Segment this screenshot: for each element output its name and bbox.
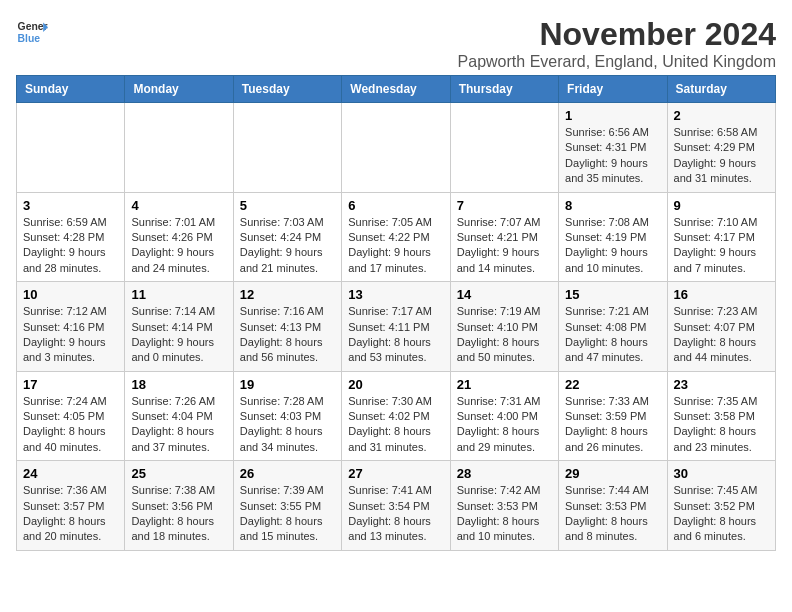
day-number: 28 bbox=[457, 466, 552, 481]
day-cell-1: 1Sunrise: 6:56 AM Sunset: 4:31 PM Daylig… bbox=[559, 103, 667, 193]
day-cell-13: 13Sunrise: 7:17 AM Sunset: 4:11 PM Dayli… bbox=[342, 282, 450, 372]
title-area: November 2024 Papworth Everard, England,… bbox=[458, 16, 776, 71]
day-info: Sunrise: 7:01 AM Sunset: 4:26 PM Dayligh… bbox=[131, 215, 226, 277]
empty-cell bbox=[450, 103, 558, 193]
weekday-header-wednesday: Wednesday bbox=[342, 76, 450, 103]
day-number: 15 bbox=[565, 287, 660, 302]
day-info: Sunrise: 7:21 AM Sunset: 4:08 PM Dayligh… bbox=[565, 304, 660, 366]
day-cell-5: 5Sunrise: 7:03 AM Sunset: 4:24 PM Daylig… bbox=[233, 192, 341, 282]
day-number: 20 bbox=[348, 377, 443, 392]
day-info: Sunrise: 7:03 AM Sunset: 4:24 PM Dayligh… bbox=[240, 215, 335, 277]
day-number: 22 bbox=[565, 377, 660, 392]
week-row-5: 24Sunrise: 7:36 AM Sunset: 3:57 PM Dayli… bbox=[17, 461, 776, 551]
day-number: 9 bbox=[674, 198, 769, 213]
weekday-header-friday: Friday bbox=[559, 76, 667, 103]
day-cell-22: 22Sunrise: 7:33 AM Sunset: 3:59 PM Dayli… bbox=[559, 371, 667, 461]
day-number: 18 bbox=[131, 377, 226, 392]
day-number: 5 bbox=[240, 198, 335, 213]
day-cell-11: 11Sunrise: 7:14 AM Sunset: 4:14 PM Dayli… bbox=[125, 282, 233, 372]
day-cell-3: 3Sunrise: 6:59 AM Sunset: 4:28 PM Daylig… bbox=[17, 192, 125, 282]
day-number: 26 bbox=[240, 466, 335, 481]
day-info: Sunrise: 7:10 AM Sunset: 4:17 PM Dayligh… bbox=[674, 215, 769, 277]
day-info: Sunrise: 7:41 AM Sunset: 3:54 PM Dayligh… bbox=[348, 483, 443, 545]
day-info: Sunrise: 7:24 AM Sunset: 4:05 PM Dayligh… bbox=[23, 394, 118, 456]
day-cell-8: 8Sunrise: 7:08 AM Sunset: 4:19 PM Daylig… bbox=[559, 192, 667, 282]
day-number: 23 bbox=[674, 377, 769, 392]
day-cell-23: 23Sunrise: 7:35 AM Sunset: 3:58 PM Dayli… bbox=[667, 371, 775, 461]
day-number: 4 bbox=[131, 198, 226, 213]
day-number: 3 bbox=[23, 198, 118, 213]
day-number: 13 bbox=[348, 287, 443, 302]
day-cell-7: 7Sunrise: 7:07 AM Sunset: 4:21 PM Daylig… bbox=[450, 192, 558, 282]
day-cell-25: 25Sunrise: 7:38 AM Sunset: 3:56 PM Dayli… bbox=[125, 461, 233, 551]
day-cell-21: 21Sunrise: 7:31 AM Sunset: 4:00 PM Dayli… bbox=[450, 371, 558, 461]
day-info: Sunrise: 7:45 AM Sunset: 3:52 PM Dayligh… bbox=[674, 483, 769, 545]
day-cell-18: 18Sunrise: 7:26 AM Sunset: 4:04 PM Dayli… bbox=[125, 371, 233, 461]
day-info: Sunrise: 7:12 AM Sunset: 4:16 PM Dayligh… bbox=[23, 304, 118, 366]
day-cell-26: 26Sunrise: 7:39 AM Sunset: 3:55 PM Dayli… bbox=[233, 461, 341, 551]
day-info: Sunrise: 7:08 AM Sunset: 4:19 PM Dayligh… bbox=[565, 215, 660, 277]
day-number: 19 bbox=[240, 377, 335, 392]
day-info: Sunrise: 7:31 AM Sunset: 4:00 PM Dayligh… bbox=[457, 394, 552, 456]
day-cell-30: 30Sunrise: 7:45 AM Sunset: 3:52 PM Dayli… bbox=[667, 461, 775, 551]
day-number: 24 bbox=[23, 466, 118, 481]
day-info: Sunrise: 7:14 AM Sunset: 4:14 PM Dayligh… bbox=[131, 304, 226, 366]
day-cell-20: 20Sunrise: 7:30 AM Sunset: 4:02 PM Dayli… bbox=[342, 371, 450, 461]
day-number: 8 bbox=[565, 198, 660, 213]
day-cell-24: 24Sunrise: 7:36 AM Sunset: 3:57 PM Dayli… bbox=[17, 461, 125, 551]
week-row-1: 1Sunrise: 6:56 AM Sunset: 4:31 PM Daylig… bbox=[17, 103, 776, 193]
day-number: 7 bbox=[457, 198, 552, 213]
day-info: Sunrise: 6:56 AM Sunset: 4:31 PM Dayligh… bbox=[565, 125, 660, 187]
svg-text:Blue: Blue bbox=[18, 33, 41, 44]
month-title: November 2024 bbox=[458, 16, 776, 53]
day-number: 6 bbox=[348, 198, 443, 213]
day-cell-12: 12Sunrise: 7:16 AM Sunset: 4:13 PM Dayli… bbox=[233, 282, 341, 372]
day-number: 12 bbox=[240, 287, 335, 302]
day-number: 29 bbox=[565, 466, 660, 481]
week-row-4: 17Sunrise: 7:24 AM Sunset: 4:05 PM Dayli… bbox=[17, 371, 776, 461]
empty-cell bbox=[233, 103, 341, 193]
day-info: Sunrise: 7:36 AM Sunset: 3:57 PM Dayligh… bbox=[23, 483, 118, 545]
calendar-table: SundayMondayTuesdayWednesdayThursdayFrid… bbox=[16, 75, 776, 551]
day-info: Sunrise: 7:26 AM Sunset: 4:04 PM Dayligh… bbox=[131, 394, 226, 456]
weekday-header-sunday: Sunday bbox=[17, 76, 125, 103]
location-title: Papworth Everard, England, United Kingdo… bbox=[458, 53, 776, 71]
day-cell-19: 19Sunrise: 7:28 AM Sunset: 4:03 PM Dayli… bbox=[233, 371, 341, 461]
weekday-header-row: SundayMondayTuesdayWednesdayThursdayFrid… bbox=[17, 76, 776, 103]
day-info: Sunrise: 7:35 AM Sunset: 3:58 PM Dayligh… bbox=[674, 394, 769, 456]
day-info: Sunrise: 6:58 AM Sunset: 4:29 PM Dayligh… bbox=[674, 125, 769, 187]
day-info: Sunrise: 7:38 AM Sunset: 3:56 PM Dayligh… bbox=[131, 483, 226, 545]
day-number: 21 bbox=[457, 377, 552, 392]
day-number: 17 bbox=[23, 377, 118, 392]
day-cell-6: 6Sunrise: 7:05 AM Sunset: 4:22 PM Daylig… bbox=[342, 192, 450, 282]
empty-cell bbox=[342, 103, 450, 193]
day-cell-10: 10Sunrise: 7:12 AM Sunset: 4:16 PM Dayli… bbox=[17, 282, 125, 372]
day-info: Sunrise: 7:44 AM Sunset: 3:53 PM Dayligh… bbox=[565, 483, 660, 545]
day-info: Sunrise: 7:30 AM Sunset: 4:02 PM Dayligh… bbox=[348, 394, 443, 456]
day-cell-28: 28Sunrise: 7:42 AM Sunset: 3:53 PM Dayli… bbox=[450, 461, 558, 551]
day-cell-9: 9Sunrise: 7:10 AM Sunset: 4:17 PM Daylig… bbox=[667, 192, 775, 282]
day-cell-16: 16Sunrise: 7:23 AM Sunset: 4:07 PM Dayli… bbox=[667, 282, 775, 372]
day-info: Sunrise: 7:19 AM Sunset: 4:10 PM Dayligh… bbox=[457, 304, 552, 366]
day-cell-4: 4Sunrise: 7:01 AM Sunset: 4:26 PM Daylig… bbox=[125, 192, 233, 282]
day-info: Sunrise: 7:23 AM Sunset: 4:07 PM Dayligh… bbox=[674, 304, 769, 366]
day-cell-17: 17Sunrise: 7:24 AM Sunset: 4:05 PM Dayli… bbox=[17, 371, 125, 461]
weekday-header-tuesday: Tuesday bbox=[233, 76, 341, 103]
day-cell-29: 29Sunrise: 7:44 AM Sunset: 3:53 PM Dayli… bbox=[559, 461, 667, 551]
week-row-2: 3Sunrise: 6:59 AM Sunset: 4:28 PM Daylig… bbox=[17, 192, 776, 282]
empty-cell bbox=[125, 103, 233, 193]
day-info: Sunrise: 7:33 AM Sunset: 3:59 PM Dayligh… bbox=[565, 394, 660, 456]
day-number: 25 bbox=[131, 466, 226, 481]
week-row-3: 10Sunrise: 7:12 AM Sunset: 4:16 PM Dayli… bbox=[17, 282, 776, 372]
day-cell-14: 14Sunrise: 7:19 AM Sunset: 4:10 PM Dayli… bbox=[450, 282, 558, 372]
day-info: Sunrise: 7:16 AM Sunset: 4:13 PM Dayligh… bbox=[240, 304, 335, 366]
day-number: 27 bbox=[348, 466, 443, 481]
day-info: Sunrise: 7:17 AM Sunset: 4:11 PM Dayligh… bbox=[348, 304, 443, 366]
day-number: 10 bbox=[23, 287, 118, 302]
day-info: Sunrise: 7:28 AM Sunset: 4:03 PM Dayligh… bbox=[240, 394, 335, 456]
day-cell-27: 27Sunrise: 7:41 AM Sunset: 3:54 PM Dayli… bbox=[342, 461, 450, 551]
empty-cell bbox=[17, 103, 125, 193]
logo-icon: General Blue bbox=[16, 16, 48, 48]
day-number: 14 bbox=[457, 287, 552, 302]
weekday-header-thursday: Thursday bbox=[450, 76, 558, 103]
